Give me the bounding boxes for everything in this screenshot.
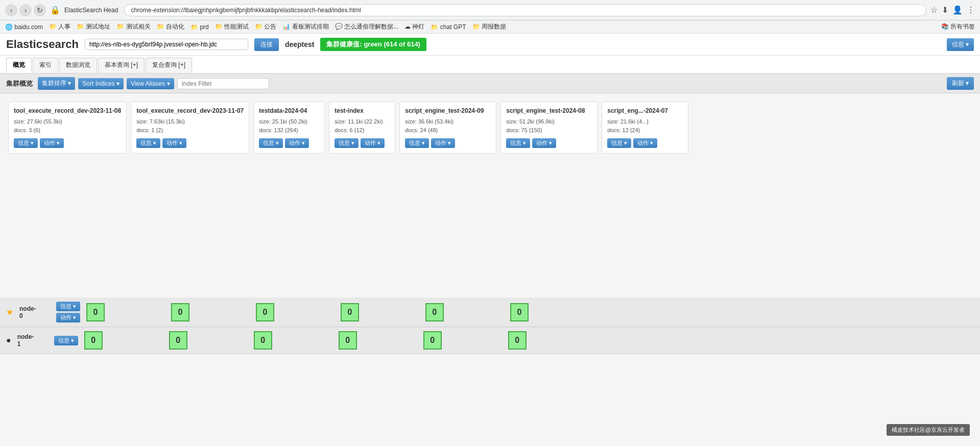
- card-action-btn-1[interactable]: 动作 ▾: [162, 138, 186, 148]
- account-icon[interactable]: 👤: [952, 5, 963, 15]
- main-content: tool_execute_record_dev-2023-11-08 size:…: [0, 93, 980, 298]
- cluster-sort-button[interactable]: 集群排序 ▾: [38, 77, 75, 90]
- bookmark-perf[interactable]: 📁 性能测试: [215, 22, 249, 31]
- card-info-btn-2[interactable]: 信息 ▾: [259, 138, 283, 148]
- menu-icon[interactable]: ⋮: [967, 5, 975, 15]
- index-meta-3: size: 11.1ki (22.2ki)docs: 6 (12): [334, 117, 390, 134]
- cluster-name: deeptest: [285, 40, 315, 48]
- index-meta-0: size: 27.6ki (55.3ki)docs: 3 (6): [14, 117, 121, 134]
- card-info-btn-3[interactable]: 信息 ▾: [334, 138, 358, 148]
- index-name-1: tool_execute_record_dev-2023-11-07: [136, 107, 244, 114]
- card-info-btn-5[interactable]: 信息 ▾: [506, 138, 530, 148]
- shard-1-3: 0: [339, 331, 357, 350]
- tab-index[interactable]: 索引: [33, 58, 58, 73]
- tab-basic-query[interactable]: 基本查询 [+]: [98, 58, 145, 73]
- card-info-btn-0[interactable]: 信息 ▾: [14, 138, 38, 148]
- cluster-overview-label: 集群概览: [6, 79, 33, 88]
- card-info-btn-1[interactable]: 信息 ▾: [136, 138, 160, 148]
- card-actions-0: 信息 ▾ 动作 ▾: [14, 138, 121, 148]
- index-name-0: tool_execute_record_dev-2023-11-08: [14, 107, 121, 114]
- bookmark-all[interactable]: 📚 所有书签: [941, 22, 975, 31]
- refresh-button[interactable]: 刷新 ▾: [947, 77, 974, 90]
- shard-0-2: 0: [256, 303, 274, 321]
- index-card-2: testdata-2024-04 size: 25.1ki (50.2ki)do…: [253, 102, 325, 154]
- bookmark-lamp[interactable]: ☁ 神灯: [404, 22, 424, 31]
- card-info-btn-4[interactable]: 信息 ▾: [405, 138, 429, 148]
- bookmark-weekly[interactable]: 📁 周报数据: [472, 22, 506, 31]
- node-row-0: ★ node-0 信息 ▾ 动作 ▾ 0 0 0 0 0 0: [0, 298, 980, 327]
- cluster-url-input[interactable]: [85, 39, 248, 50]
- health-badge: 集群健康值: green (614 of 614): [320, 38, 426, 51]
- index-meta-1: size: 7.63ki (15.3ki)docs: 1 (2): [136, 117, 244, 134]
- index-name-2: testdata-2024-04: [259, 107, 319, 114]
- card-actions-6: 信息 ▾ 动作 ▾: [607, 138, 683, 148]
- lock-icon: 🔒: [50, 5, 60, 15]
- node-star-icon: ★: [6, 307, 13, 317]
- node-0-action-btn[interactable]: 动作 ▾: [56, 313, 80, 323]
- reload-button[interactable]: ↻: [34, 4, 46, 16]
- bookmark-prd[interactable]: 📁 prd: [190, 23, 209, 31]
- node-name-1: node-1: [17, 333, 48, 348]
- forward-button[interactable]: ›: [19, 4, 32, 16]
- card-actions-5: 信息 ▾ 动作 ▾: [506, 138, 592, 148]
- address-bar[interactable]: [124, 4, 926, 16]
- info-button[interactable]: 信息 ▾: [947, 38, 974, 51]
- tab-overview[interactable]: 概览: [6, 58, 32, 73]
- card-actions-3: 信息 ▾ 动作 ▾: [334, 138, 390, 148]
- bookmark-notice[interactable]: 📁 公告: [255, 22, 276, 31]
- card-action-btn-4[interactable]: 动作 ▾: [431, 138, 455, 148]
- connect-button[interactable]: 连接: [254, 38, 279, 51]
- tab-compound-query[interactable]: 复合查询 [+]: [146, 58, 192, 73]
- node-row-1: ● node-1 信息 ▾ 0 0 0 0 0 0: [0, 327, 980, 354]
- shard-1-1: 0: [169, 331, 187, 350]
- shard-1-0: 0: [84, 331, 103, 350]
- sort-indices-button[interactable]: Sort Indices ▾: [78, 78, 124, 89]
- card-action-btn-3[interactable]: 动作 ▾: [361, 138, 385, 148]
- bookmark-icon[interactable]: ☆: [930, 5, 938, 15]
- node-name-0: node-0: [19, 305, 50, 319]
- bookmark-chatgpt[interactable]: 📁 chat GPT: [431, 23, 466, 31]
- bookmark-kanban[interactable]: 📊 看板测试排期: [282, 22, 328, 31]
- bookmark-auto[interactable]: 📁 自动化: [157, 22, 184, 31]
- app-header: Elasticsearch 连接 deeptest 集群健康值: green (…: [0, 34, 980, 56]
- card-info-btn-6[interactable]: 信息 ▾: [607, 138, 631, 148]
- index-name-4: script_engine_test-2024-09: [405, 107, 491, 114]
- card-action-btn-2[interactable]: 动作 ▾: [285, 138, 309, 148]
- card-action-btn-6[interactable]: 动作 ▾: [633, 138, 657, 148]
- back-button[interactable]: ‹: [5, 4, 17, 16]
- node-circle-icon: ●: [6, 336, 11, 345]
- index-name-3: test-index: [334, 107, 390, 114]
- card-actions-2: 信息 ▾ 动作 ▾: [259, 138, 319, 148]
- bookmarks-bar: 🌐 baidu.com 📁 人事 📁 测试地址 📁 测试相关 📁 自动化 📁 p…: [0, 20, 980, 34]
- node-1-info-btn[interactable]: 信息 ▾: [54, 336, 78, 345]
- tab-data-browse[interactable]: 数据浏览: [59, 58, 97, 73]
- shard-1-5: 0: [508, 331, 527, 350]
- bookmark-baidu[interactable]: 🌐 baidu.com: [5, 23, 43, 31]
- index-card-3: test-index size: 11.1ki (22.2ki)docs: 6 …: [329, 102, 395, 154]
- node-0-shards: 0 0 0 0 0 0: [86, 303, 974, 321]
- shard-1-2: 0: [254, 331, 272, 350]
- shard-0-0: 0: [86, 303, 105, 321]
- index-meta-2: size: 25.1ki (50.2ki)docs: 132 (264): [259, 117, 319, 134]
- download-icon[interactable]: ⬇: [942, 5, 948, 15]
- shard-1-4: 0: [423, 331, 442, 350]
- card-action-btn-5[interactable]: 动作 ▾: [532, 138, 556, 148]
- browser-chrome: ‹ › ↻ 🔒 ElasticSearch Head ☆ ⬇ 👤 ⋮: [0, 0, 980, 20]
- index-filter-input[interactable]: [177, 78, 269, 89]
- node-0-info-btn[interactable]: 信息 ▾: [56, 302, 80, 311]
- view-aliases-button[interactable]: View Aliases ▾: [127, 78, 174, 89]
- node-0-actions: 信息 ▾ 动作 ▾: [56, 302, 80, 323]
- bookmark-data-explain[interactable]: 💬 怎么通俗理解数据...: [335, 22, 398, 31]
- index-meta-4: size: 36.6ki (53.4ki)docs: 24 (48): [405, 117, 491, 134]
- shard-0-3: 0: [341, 303, 359, 321]
- index-card-0: tool_execute_record_dev-2023-11-08 size:…: [8, 102, 127, 154]
- bookmark-test-related[interactable]: 📁 测试相关: [116, 22, 150, 31]
- index-card-5: script_engine_test-2024-08 size: 51.2ki …: [500, 102, 597, 154]
- nav-buttons: ‹ › ↻: [5, 4, 46, 16]
- index-card-4: script_engine_test-2024-09 size: 36.6ki …: [399, 102, 496, 154]
- card-action-btn-0[interactable]: 动作 ▾: [40, 138, 64, 148]
- node-section: ★ node-0 信息 ▾ 动作 ▾ 0 0 0 0 0 0 ● node-1 …: [0, 298, 980, 354]
- shard-0-4: 0: [425, 303, 444, 321]
- bookmark-test-addr[interactable]: 📁 测试地址: [77, 22, 110, 31]
- bookmark-hr[interactable]: 📁 人事: [49, 22, 70, 31]
